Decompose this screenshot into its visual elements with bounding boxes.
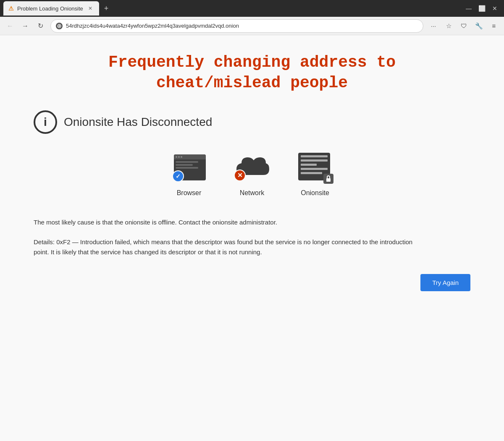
more-options-button[interactable]: ··· [427,19,440,33]
browser-tab[interactable]: ⚠ Problem Loading Onionsite ✕ [3,1,99,16]
window-controls: — ⬜ ✕ [466,5,501,12]
reload-button[interactable]: ↻ [34,19,47,33]
status-icons-section: ✓ Browser ✕ Network [170,151,334,197]
extensions-button[interactable]: 🔧 [472,19,486,33]
bookmark-button[interactable]: ☆ [442,19,455,33]
close-button[interactable]: ✕ [492,5,497,12]
tab-warning-icon: ⚠ [8,5,14,12]
browser-dot-2 [178,156,180,158]
error-title: Onionsite Has Disconnected [64,115,212,129]
lock-icon [326,175,331,182]
description-section: The most likely cause is that the onions… [34,218,420,258]
x-error-badge: ✕ [234,170,246,181]
lock-badge [323,174,333,184]
browser-line-1 [176,161,198,163]
url-text: 54rdhzjzc4ids4u4wata4zr4ywfon5wpz2ml4q3a… [66,23,418,29]
restore-button[interactable]: ⬜ [478,5,486,12]
svg-rect-2 [326,178,331,182]
browser-titlebar [174,154,206,159]
forward-button[interactable]: → [18,19,32,33]
browser-line-3 [176,167,198,169]
browser-line-2 [176,164,193,166]
info-icon: i [34,110,57,134]
title-bar: ⚠ Problem Loading Onionsite ✕ + — ⬜ ✕ [0,0,504,17]
tab-close-button[interactable]: ✕ [87,5,94,12]
details-text: Details: 0xF2 — Introduction failed, whi… [34,237,420,257]
minimize-button[interactable]: — [466,5,472,12]
browser-icon: ✓ [172,153,206,182]
tab-title: Problem Loading Onionsite [17,5,83,12]
network-status-item: ✕ Network [233,151,271,197]
warning-heading: Frequently changing address to cheat/mis… [108,52,396,94]
server-line-2 [301,159,328,162]
server-line-4 [301,168,328,170]
onionsite-icon [298,153,332,182]
browser-label: Browser [177,189,202,197]
shield-button[interactable]: 🛡 [457,19,470,33]
browser-icon-wrapper: ✓ [170,151,208,184]
browser-content-area [174,159,206,172]
browser-status-item: ✓ Browser [170,151,208,197]
back-button[interactable]: ← [3,19,17,33]
address-bar[interactable]: 54rdhzjzc4ids4u4wata4zr4ywfon5wpz2ml4q3a… [50,19,423,33]
svg-point-1 [58,25,60,27]
onionsite-icon-wrapper [296,151,334,184]
error-title-section: i Onionsite Has Disconnected [34,110,212,134]
browser-dot-3 [181,156,182,158]
toolbar-icons: ··· ☆ 🛡 🔧 ≡ [427,19,501,33]
onionsite-label: Onionsite [301,189,329,197]
server-line-1 [301,155,328,157]
check-badge: ✓ [172,170,184,182]
menu-button[interactable]: ≡ [487,19,501,33]
network-icon-wrapper: ✕ [233,151,271,184]
server-line-3 [301,164,317,166]
onionsite-status-item: Onionsite [296,151,334,197]
try-again-button[interactable]: Try Again [420,274,470,291]
network-icon: ✕ [233,153,271,182]
navigation-bar: ← → ↻ 54rdhzjzc4ids4u4wata4zr4ywfon5wpz2… [0,17,504,35]
network-label: Network [240,189,265,197]
new-tab-button[interactable]: + [101,3,112,15]
onion-security-icon [56,23,63,29]
browser-dot-1 [176,156,177,158]
page-content: Frequently changing address to cheat/mis… [0,35,504,441]
likely-cause-text: The most likely cause is that the onions… [34,218,420,227]
try-again-section: Try Again [420,274,470,291]
server-line-5 [301,172,322,174]
